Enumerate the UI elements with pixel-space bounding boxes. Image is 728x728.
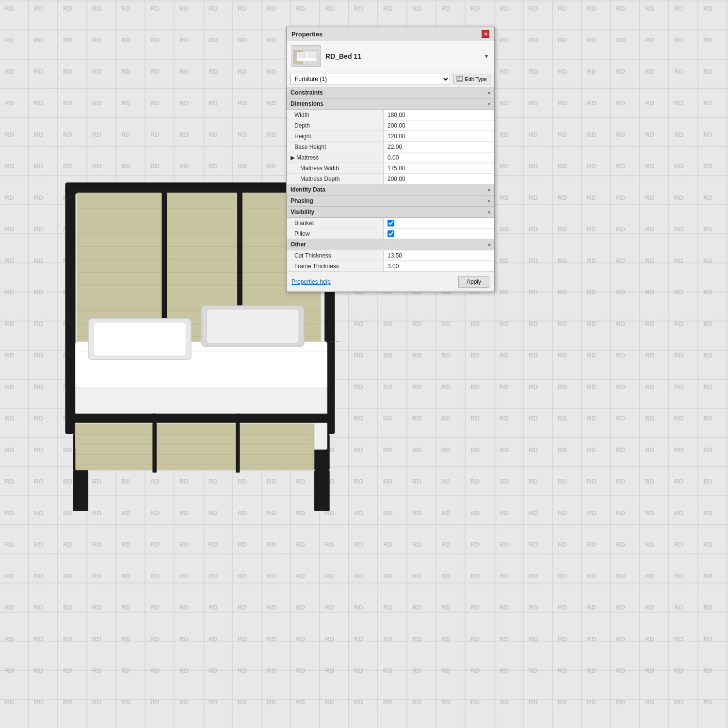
pillow-label: Pillow [287,229,384,239]
visibility-collapse[interactable]: « [487,210,490,215]
preview-dropdown-arrow[interactable]: ▼ [484,53,489,60]
visibility-label: Visibility [291,209,314,215]
base-height-label: Base Height [287,142,384,152]
panel-titlebar: Properties ✕ [287,27,494,41]
edit-type-icon [456,76,463,82]
identity-data-label: Identity Data [291,186,325,193]
svg-rect-74 [155,424,237,470]
cot-thickness-label: Cot Thickness [287,251,384,260]
pillow-checkbox-container [384,229,494,239]
type-selector-row: Furniture (1) Edit Type [287,71,494,87]
svg-rect-1 [314,470,330,511]
depth-value[interactable]: 200.00 [384,121,494,130]
properties-panel: Properties ✕ RD_Bed 11 ▼ Furniture (1) [286,27,495,292]
blanket-checkbox[interactable] [388,220,394,226]
identity-data-collapse[interactable]: « [487,187,490,193]
svg-rect-0 [73,470,88,511]
frame-thickness-value[interactable]: 3.00 [384,261,494,271]
section-identity-data: Identity Data « [287,184,494,195]
cot-thickness-value[interactable]: 13.50 [384,251,494,260]
section-visibility: Visibility « [287,207,494,218]
svg-rect-85 [236,414,240,473]
type-dropdown[interactable]: Furniture (1) [291,74,450,84]
frame-thickness-label: Frame Thickness [287,261,384,271]
phasing-collapse[interactable]: « [487,198,490,204]
section-constraints: Constraints « [287,87,494,98]
svg-rect-68 [73,414,329,423]
svg-rect-79 [240,424,314,470]
mattress-depth-value[interactable]: 200.00 [384,174,494,184]
constraints-label: Constraints [291,89,323,96]
height-value[interactable]: 120.00 [384,131,494,141]
base-height-value[interactable]: 22.00 [384,142,494,152]
property-row-cot-thickness: Cot Thickness 13.50 [287,250,494,261]
pillow-checkbox[interactable] [388,230,394,237]
preview-thumbnail [291,45,321,67]
section-dimensions: Dimensions « [287,98,494,110]
depth-label: Depth [287,121,384,130]
svg-rect-93 [458,77,460,79]
dimensions-label: Dimensions [291,100,324,107]
blanket-label: Blanket [287,218,384,228]
property-row-height: Height 120.00 [287,131,494,142]
property-row-mattress-depth: Mattress Depth 200.00 [287,174,494,184]
property-row-mattress: ▶ Mattress 0.00 [287,152,494,163]
panel-footer: Properties help Apply [287,272,494,291]
width-label: Width [287,110,384,120]
mattress-value[interactable]: 0.00 [384,153,494,162]
edit-type-label: Edit Type [465,76,487,82]
width-value[interactable]: 180.00 [384,110,494,120]
svg-rect-4 [65,188,75,434]
property-row-depth: Depth 200.00 [287,120,494,131]
thumbnail-icon [293,47,320,66]
other-label: Other [291,241,306,248]
constraints-collapse[interactable]: « [487,90,490,96]
mattress-depth-label: Mattress Depth [287,174,384,184]
panel-title: Properties [291,31,323,38]
property-row-mattress-width: Mattress Width 175.00 [287,163,494,174]
object-name: RD_Bed 11 [325,52,479,60]
svg-rect-84 [152,414,156,473]
property-row-pillow: Pillow [287,228,494,239]
property-row-blanket: Blanket [287,218,494,228]
svg-rect-65 [94,322,186,356]
preview-area: RD_Bed 11 ▼ [287,41,494,71]
svg-rect-69 [76,424,153,470]
svg-rect-91 [307,53,316,58]
edit-type-button[interactable]: Edit Type [453,74,490,84]
section-other: Other « [287,239,494,250]
mattress-label[interactable]: ▶ Mattress [287,153,384,162]
phasing-label: Phasing [291,197,313,204]
property-row-base-height: Base Height 22.00 [287,142,494,152]
mattress-width-label: Mattress Width [287,163,384,173]
height-label: Height [287,131,384,141]
apply-button[interactable]: Apply [458,276,489,288]
properties-help-link[interactable]: Properties help [291,278,331,285]
property-row-width: Width 180.00 [287,110,494,120]
dimensions-collapse[interactable]: « [487,101,490,107]
svg-rect-67 [207,309,299,343]
section-phasing: Phasing « [287,195,494,207]
other-collapse[interactable]: « [487,242,490,247]
svg-rect-90 [298,53,306,58]
property-row-frame-thickness: Frame Thickness 3.00 [287,261,494,272]
mattress-width-value[interactable]: 175.00 [384,163,494,173]
blanket-checkbox-container [384,218,494,228]
close-button[interactable]: ✕ [482,30,489,38]
